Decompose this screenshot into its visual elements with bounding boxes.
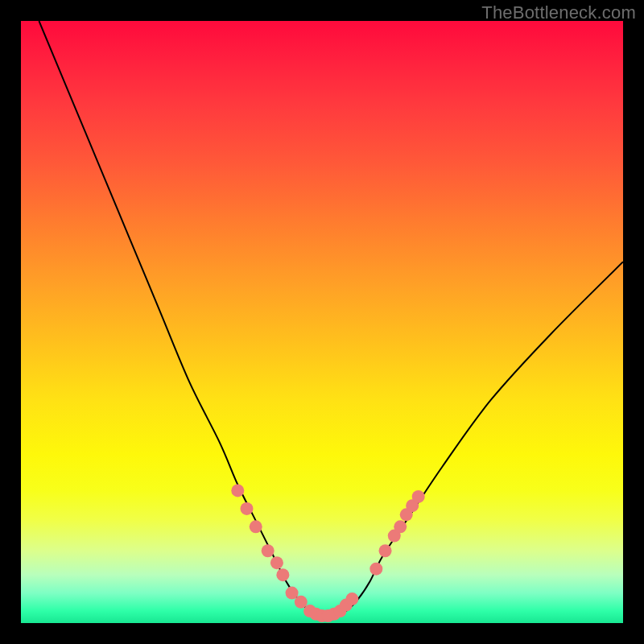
chart-frame: TheBottleneck.com [0, 0, 644, 644]
curve-marker [262, 544, 275, 557]
curve-marker [369, 563, 382, 576]
curve-marker [412, 490, 425, 503]
curve-markers [231, 484, 424, 622]
chart-svg [21, 21, 623, 623]
chart-plot-area [21, 21, 623, 623]
bottleneck-curve [39, 21, 623, 617]
curve-marker [276, 568, 289, 581]
curve-marker [270, 556, 283, 569]
curve-marker [394, 520, 407, 533]
curve-marker [379, 544, 392, 557]
curve-marker [345, 592, 358, 605]
curve-marker [231, 484, 244, 497]
curve-marker [241, 502, 254, 515]
curve-marker [250, 520, 262, 533]
